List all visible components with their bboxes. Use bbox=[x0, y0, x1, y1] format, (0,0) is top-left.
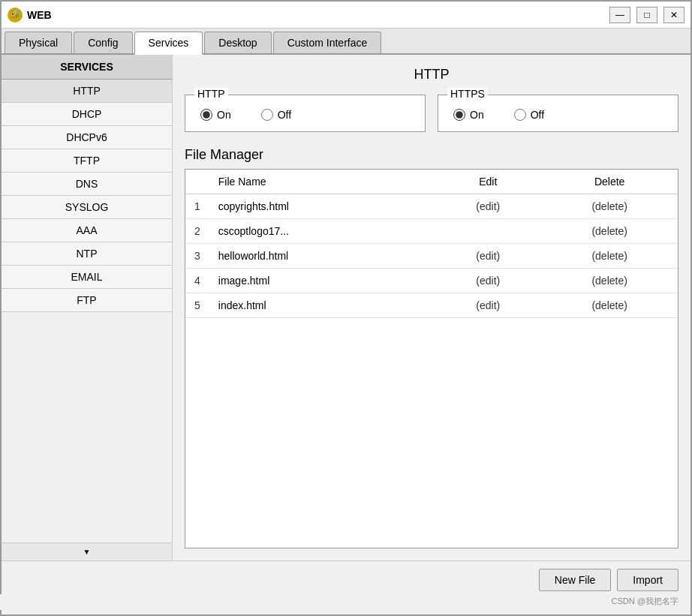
file-num: 3 bbox=[185, 244, 209, 269]
table-header-row: File Name Edit Delete bbox=[185, 170, 678, 194]
table-row: 5 index.html (edit) (delete) bbox=[185, 293, 678, 318]
file-manager-section: File Manager File Name Edit Delete bbox=[185, 147, 678, 548]
title-bar: 🐝 WEB — □ ✕ bbox=[2, 2, 690, 29]
file-delete[interactable]: (delete) bbox=[541, 244, 678, 269]
import-button[interactable]: Import bbox=[617, 569, 678, 591]
sidebar-header: SERVICES bbox=[2, 55, 172, 80]
http-radio-group: HTTP On Off bbox=[185, 95, 426, 132]
tab-desktop[interactable]: Desktop bbox=[204, 32, 271, 53]
table-row: 4 image.html (edit) (delete) bbox=[185, 269, 678, 293]
tab-config[interactable]: Config bbox=[74, 32, 132, 53]
delete-link[interactable]: (delete) bbox=[591, 225, 627, 237]
http-group-label: HTTP bbox=[194, 88, 228, 100]
sidebar-item-ftp[interactable]: FTP bbox=[2, 289, 172, 312]
content-area: HTTP HTTP On Off bbox=[173, 55, 690, 560]
delete-link[interactable]: (delete) bbox=[591, 299, 627, 311]
https-off-option[interactable]: Off bbox=[514, 109, 544, 121]
sidebar-scroll-down[interactable]: ▼ bbox=[2, 542, 172, 560]
watermark: CSDN @我把名字 bbox=[0, 594, 684, 610]
http-on-label: On bbox=[217, 109, 231, 121]
sidebar-scroll[interactable]: HTTP DHCP DHCPv6 TFTP DNS SYSLOG AAA NTP… bbox=[2, 80, 172, 542]
delete-link[interactable]: (delete) bbox=[591, 275, 627, 287]
tab-bar: Physical Config Services Desktop Custom … bbox=[2, 29, 690, 55]
edit-link[interactable]: (edit) bbox=[476, 299, 500, 311]
https-on-option[interactable]: On bbox=[453, 109, 484, 121]
http-on-option[interactable]: On bbox=[200, 109, 231, 121]
title-bar-controls: — □ ✕ bbox=[609, 7, 684, 23]
edit-link[interactable]: (edit) bbox=[476, 200, 500, 212]
sidebar-item-ntp[interactable]: NTP bbox=[2, 242, 172, 266]
https-radio-group: HTTPS On Off bbox=[438, 95, 678, 132]
file-table: File Name Edit Delete 1 copyrights.html … bbox=[185, 170, 678, 318]
https-group-label: HTTPS bbox=[447, 88, 488, 100]
file-edit[interactable]: (edit) bbox=[435, 244, 541, 269]
file-name: image.html bbox=[209, 269, 435, 293]
sidebar-item-dhcp[interactable]: DHCP bbox=[2, 103, 172, 126]
http-radio-row: On Off bbox=[200, 109, 410, 121]
radio-groups: HTTP On Off HTTPS bbox=[185, 95, 678, 132]
sidebar-item-dhcpv6[interactable]: DHCPv6 bbox=[2, 126, 172, 149]
minimize-button[interactable]: — bbox=[609, 7, 630, 23]
file-edit[interactable]: (edit) bbox=[435, 269, 541, 293]
col-num bbox=[185, 170, 209, 194]
file-name: helloworld.html bbox=[209, 244, 435, 269]
file-delete[interactable]: (delete) bbox=[541, 194, 678, 219]
table-row: 2 cscoptlogo17... (delete) bbox=[185, 219, 678, 244]
bottom-bar: New File Import bbox=[2, 560, 690, 599]
tab-physical[interactable]: Physical bbox=[5, 32, 72, 53]
edit-link[interactable]: (edit) bbox=[476, 250, 500, 262]
sidebar-item-dns[interactable]: DNS bbox=[2, 173, 172, 196]
file-name: copyrights.html bbox=[209, 194, 435, 219]
tab-services[interactable]: Services bbox=[134, 32, 203, 55]
file-num: 5 bbox=[185, 293, 209, 318]
file-num: 1 bbox=[185, 194, 209, 219]
main-content: SERVICES HTTP DHCP DHCPv6 TFTP DNS SYSLO… bbox=[2, 55, 690, 560]
col-delete: Delete bbox=[541, 170, 678, 194]
file-name: index.html bbox=[209, 293, 435, 318]
col-edit: Edit bbox=[435, 170, 541, 194]
http-off-label: Off bbox=[278, 109, 291, 121]
sidebar-item-http[interactable]: HTTP bbox=[2, 80, 172, 103]
tab-custom-interface[interactable]: Custom Interface bbox=[273, 32, 382, 53]
sidebar-item-syslog[interactable]: SYSLOG bbox=[2, 196, 172, 219]
file-delete[interactable]: (delete) bbox=[541, 219, 678, 244]
title-bar-left: 🐝 WEB bbox=[8, 8, 52, 23]
file-delete[interactable]: (delete) bbox=[541, 293, 678, 318]
http-off-radio[interactable] bbox=[261, 109, 273, 121]
maximize-button[interactable]: □ bbox=[636, 7, 657, 23]
file-num: 2 bbox=[185, 219, 209, 244]
http-on-radio[interactable] bbox=[200, 109, 212, 121]
file-edit[interactable]: (edit) bbox=[435, 293, 541, 318]
main-window: 🐝 WEB — □ ✕ Physical Config Services Des… bbox=[0, 0, 692, 616]
delete-link[interactable]: (delete) bbox=[591, 250, 627, 262]
close-button[interactable]: ✕ bbox=[663, 7, 684, 23]
https-on-label: On bbox=[470, 109, 484, 121]
https-radio-row: On Off bbox=[453, 109, 663, 121]
new-file-button[interactable]: New File bbox=[539, 569, 611, 591]
file-name: cscoptlogo17... bbox=[209, 219, 435, 244]
file-delete[interactable]: (delete) bbox=[541, 269, 678, 293]
file-table-container: File Name Edit Delete 1 copyrights.html … bbox=[185, 169, 678, 548]
edit-link[interactable]: (edit) bbox=[476, 275, 500, 287]
delete-link[interactable]: (delete) bbox=[591, 200, 627, 212]
table-row: 1 copyrights.html (edit) (delete) bbox=[185, 194, 678, 219]
https-on-radio[interactable] bbox=[453, 109, 465, 121]
sidebar-item-email[interactable]: EMAIL bbox=[2, 266, 172, 289]
content-title: HTTP bbox=[185, 67, 678, 83]
window-title: WEB bbox=[27, 9, 52, 21]
https-off-radio[interactable] bbox=[514, 109, 526, 121]
https-off-label: Off bbox=[531, 109, 544, 121]
sidebar-item-tftp[interactable]: TFTP bbox=[2, 149, 172, 173]
file-manager-title: File Manager bbox=[185, 147, 678, 163]
col-filename: File Name bbox=[209, 170, 435, 194]
sidebar-wrapper: SERVICES HTTP DHCP DHCPv6 TFTP DNS SYSLO… bbox=[2, 55, 173, 560]
file-edit[interactable]: (edit) bbox=[435, 194, 541, 219]
sidebar-item-aaa[interactable]: AAA bbox=[2, 219, 172, 242]
app-icon: 🐝 bbox=[8, 8, 23, 23]
table-row: 3 helloworld.html (edit) (delete) bbox=[185, 244, 678, 269]
http-off-option[interactable]: Off bbox=[261, 109, 291, 121]
file-edit bbox=[435, 219, 541, 244]
file-num: 4 bbox=[185, 269, 209, 293]
sidebar: SERVICES HTTP DHCP DHCPv6 TFTP DNS SYSLO… bbox=[2, 55, 172, 560]
